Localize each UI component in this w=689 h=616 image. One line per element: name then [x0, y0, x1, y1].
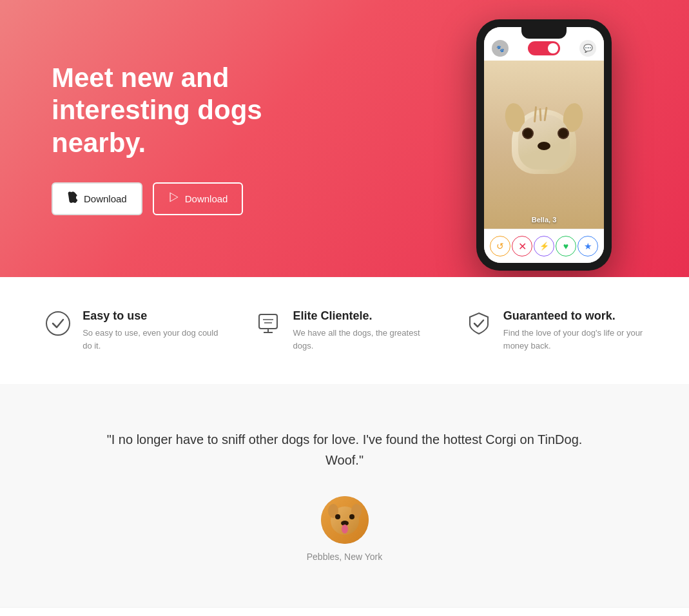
apple-icon — [67, 191, 79, 206]
feature-clientele-title: Elite Clientele. — [293, 309, 434, 323]
phone-like-btn[interactable]: ♥ — [556, 236, 576, 256]
guaranteed-icon — [465, 309, 493, 338]
feature-item-clientele: Elite Clientele. We have all the dogs, t… — [254, 309, 434, 352]
feature-easy-desc: So easy to use, even your dog could do i… — [82, 327, 224, 352]
clientele-icon — [254, 309, 282, 338]
feature-easy-title: Easy to use — [82, 309, 224, 323]
phone-notch — [521, 27, 567, 39]
testimonial-avatar — [321, 496, 369, 544]
testimonial-section: "I no longer have to sniff other dogs fo… — [0, 384, 689, 607]
feature-guaranteed-title: Guaranteed to work. — [503, 309, 645, 323]
phone-nope-btn[interactable]: ✕ — [512, 236, 532, 256]
phone-action-bar: ↺ ✕ ⚡ ♥ ★ — [484, 229, 604, 263]
hero-title: Meet new and interesting dogs nearby. — [52, 62, 284, 159]
svg-rect-1 — [259, 314, 277, 329]
hero-buttons: Download Download — [52, 182, 284, 215]
hero-section: Meet new and interesting dogs nearby. Do… — [0, 0, 689, 277]
feature-item-guaranteed: Guaranteed to work. Find the love of you… — [465, 309, 645, 352]
hero-content: Meet new and interesting dogs nearby. Do… — [0, 23, 335, 254]
feature-guaranteed-text: Guaranteed to work. Find the love of you… — [503, 309, 645, 352]
feature-item-easy: Easy to use So easy to use, even your do… — [44, 309, 224, 352]
phone-screen: 🐾 💬 — [484, 27, 604, 263]
phone-settings-icon: 💬 — [579, 40, 596, 57]
features-section: Easy to use So easy to use, even your do… — [0, 277, 689, 384]
easy-use-icon — [44, 309, 72, 338]
testimonial-quote: "I no longer have to sniff other dogs fo… — [106, 429, 583, 470]
phone-star-btn[interactable]: ★ — [577, 236, 598, 256]
apple-download-label: Download — [84, 193, 127, 204]
phone-boost-btn[interactable]: ⚡ — [534, 236, 554, 256]
phone-toggle — [528, 41, 560, 55]
press-section: TC TechCrunch Mashable Business Insider … — [0, 607, 689, 616]
feature-guaranteed-desc: Find the love of your dog's life or your… — [503, 327, 645, 352]
phone-dog-image: Bella, 3 — [484, 61, 604, 229]
google-download-label: Download — [185, 193, 228, 204]
phone-mockup: 🐾 💬 — [476, 19, 612, 271]
apple-download-button[interactable]: Download — [52, 182, 142, 215]
google-download-button[interactable]: Download — [153, 182, 244, 215]
phone-avatar: 🐾 — [492, 40, 509, 57]
google-play-icon — [168, 191, 180, 206]
phone-rewind-btn[interactable]: ↺ — [490, 236, 510, 256]
feature-clientele-text: Elite Clientele. We have all the dogs, t… — [293, 309, 434, 352]
phone-frame: 🐾 💬 — [476, 19, 612, 271]
testimonial-person: Pebbles, New York — [26, 552, 663, 562]
svg-point-0 — [46, 312, 70, 335]
feature-clientele-desc: We have all the dogs, the greatest dogs. — [293, 327, 434, 352]
feature-easy-text: Easy to use So easy to use, even your do… — [82, 309, 224, 352]
